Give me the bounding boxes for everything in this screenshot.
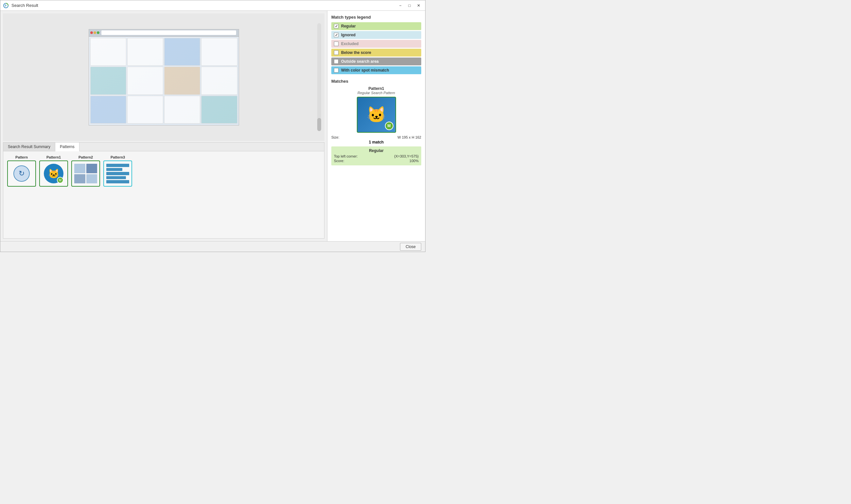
browser-dot-green xyxy=(97,31,100,34)
fake-card-5 xyxy=(90,67,126,95)
patterns-container: Pattern ↻ Pattern1 🐱 M xyxy=(3,151,324,191)
grid-cell-1 xyxy=(74,164,85,173)
footer-bar: Close xyxy=(0,241,425,252)
pattern-cat-icon: 🐱 M xyxy=(44,164,64,183)
browser-dot-yellow xyxy=(93,31,96,34)
legend-label-below-score: Below the score xyxy=(341,50,371,55)
list-item[interactable]: Pattern1 🐱 M xyxy=(39,155,68,187)
preview-scrollbar-thumb xyxy=(317,118,321,131)
bottom-content: Pattern ↻ Pattern1 🐱 M xyxy=(3,151,324,238)
legend-item-outside-search[interactable]: ✓ Outside search area xyxy=(331,57,421,65)
grid-cell-4 xyxy=(86,174,98,184)
legend-item-color-mismatch[interactable]: With color spot mismatch xyxy=(331,66,421,74)
matches-section: Matches Pattern1 Regular Search Pattern … xyxy=(331,79,421,165)
match-result-box: Regular Top left corner: {X=303,Y=575} S… xyxy=(331,146,421,165)
bottom-area: Search Result Summary Patterns Pattern ↻ xyxy=(3,142,325,239)
pattern-label-0: Pattern xyxy=(15,155,28,159)
pattern-grid-visual xyxy=(74,164,97,183)
list-row-1 xyxy=(106,164,129,167)
fake-card-10 xyxy=(127,96,163,124)
pattern-list-visual xyxy=(106,164,129,183)
match-count: 1 match xyxy=(331,140,421,144)
legend-item-excluded[interactable]: Excluded xyxy=(331,40,421,48)
fake-card-2 xyxy=(127,38,163,66)
tabs-bar: Search Result Summary Patterns xyxy=(3,143,324,151)
grid-cell-3 xyxy=(74,174,85,184)
fake-url-bar xyxy=(101,31,236,35)
match-result-type: Regular xyxy=(334,148,419,153)
pattern-label-2: Pattern2 xyxy=(79,155,93,159)
pattern-thumb-2[interactable] xyxy=(71,161,100,187)
match-pattern-name: Pattern1 xyxy=(331,86,421,91)
close-footer-button[interactable]: Close xyxy=(400,243,421,251)
minimize-button[interactable]: − xyxy=(396,2,404,9)
fake-card-1 xyxy=(90,38,126,66)
fake-card-12 xyxy=(201,96,237,124)
window-body: Search Result Summary Patterns Pattern ↻ xyxy=(0,11,425,241)
match-thumbnail: 🐱 M xyxy=(357,97,396,133)
main-content: Search Result Summary Patterns Pattern ↻ xyxy=(0,11,327,241)
tab-patterns[interactable]: Patterns xyxy=(55,143,80,151)
legend-item-regular[interactable]: ✓ Regular xyxy=(331,22,421,30)
close-window-button[interactable]: ✕ xyxy=(415,2,422,9)
pattern-thumb-0[interactable]: ↻ xyxy=(7,161,36,187)
fake-content-grid xyxy=(89,37,239,125)
title-bar: Search Result − □ ✕ xyxy=(0,0,425,11)
fake-card-11 xyxy=(164,96,200,124)
checkbox-outside-search[interactable]: ✓ xyxy=(334,59,338,64)
fake-card-4 xyxy=(201,38,237,66)
legend-item-below-score[interactable]: Below the score xyxy=(331,49,421,56)
right-sidebar: Match types legend ✓ Regular ✓ Ignored E… xyxy=(327,11,425,241)
match-topleft-value: {X=303,Y=575} xyxy=(394,154,419,158)
preview-area xyxy=(3,13,325,141)
list-row-3 xyxy=(106,172,129,175)
grid-cell-2 xyxy=(86,164,98,173)
match-size-row: Size: W 195 x H 162 xyxy=(331,135,421,139)
browser-dot-red xyxy=(90,31,93,34)
fake-browser-bar xyxy=(89,30,239,37)
fake-card-3 xyxy=(164,38,200,66)
legend-item-ignored[interactable]: ✓ Ignored xyxy=(331,31,421,39)
screenshot-container xyxy=(89,29,239,126)
window-controls: − □ ✕ xyxy=(396,2,422,9)
checkbox-below-score[interactable] xyxy=(334,50,338,55)
matches-title: Matches xyxy=(331,79,421,84)
main-window: Search Result − □ ✕ xyxy=(0,0,426,252)
pattern-label-3: Pattern3 xyxy=(110,155,125,159)
match-score-label: Score: xyxy=(334,159,344,163)
list-row-5 xyxy=(106,180,129,183)
checkbox-regular[interactable]: ✓ xyxy=(334,24,338,29)
list-row-2 xyxy=(106,168,122,171)
pattern-thumb-1[interactable]: 🐱 M xyxy=(39,161,68,187)
screenshot-inner xyxy=(89,30,239,125)
preview-scrollbar[interactable] xyxy=(317,23,321,131)
pattern-arrows-icon: ↻ xyxy=(13,165,30,182)
cat-badge: M xyxy=(57,177,64,183)
match-cat-icon: 🐱 xyxy=(367,106,386,124)
legend-label-excluded: Excluded xyxy=(341,41,359,46)
match-size-label: Size: xyxy=(331,135,339,139)
checkbox-ignored[interactable]: ✓ xyxy=(334,33,338,37)
legend-label-regular: Regular xyxy=(341,24,356,29)
pattern-thumb-3[interactable] xyxy=(103,161,132,187)
legend-title: Match types legend xyxy=(331,15,421,20)
match-cat-badge: M xyxy=(385,122,394,130)
match-score-value: 100% xyxy=(410,159,419,163)
match-inner: 🐱 M xyxy=(358,97,395,132)
pattern-label-1: Pattern1 xyxy=(47,155,61,159)
tab-search-result-summary[interactable]: Search Result Summary xyxy=(3,143,55,151)
match-topleft-row: Top left corner: {X=303,Y=575} xyxy=(334,154,419,158)
list-item[interactable]: Pattern3 xyxy=(103,155,132,187)
legend-label-ignored: Ignored xyxy=(341,33,355,37)
fake-card-6 xyxy=(127,67,163,95)
legend-label-color-mismatch: With color spot mismatch xyxy=(341,68,389,73)
checkbox-color-mismatch[interactable] xyxy=(334,68,338,73)
window-title: Search Result xyxy=(12,3,396,8)
maximize-button[interactable]: □ xyxy=(405,2,413,9)
list-item[interactable]: Pattern2 xyxy=(71,155,100,187)
checkbox-excluded[interactable] xyxy=(334,41,338,46)
svg-point-1 xyxy=(5,4,6,5)
match-topleft-label: Top left corner: xyxy=(334,154,358,158)
fake-card-9 xyxy=(90,96,126,124)
list-item[interactable]: Pattern ↻ xyxy=(7,155,36,187)
